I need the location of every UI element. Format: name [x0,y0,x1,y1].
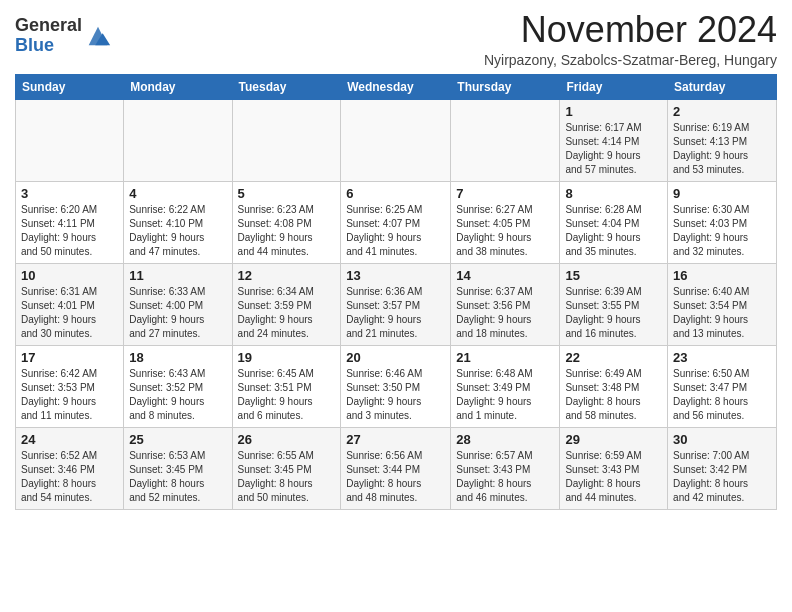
calendar-body: 1Sunrise: 6:17 AM Sunset: 4:14 PM Daylig… [16,99,777,509]
calendar-cell: 21Sunrise: 6:48 AM Sunset: 3:49 PM Dayli… [451,345,560,427]
day-number: 13 [346,268,445,283]
day-info: Sunrise: 6:56 AM Sunset: 3:44 PM Dayligh… [346,449,445,505]
day-number: 27 [346,432,445,447]
day-info: Sunrise: 6:37 AM Sunset: 3:56 PM Dayligh… [456,285,554,341]
day-number: 29 [565,432,662,447]
day-of-week-header: Tuesday [232,74,341,99]
day-info: Sunrise: 6:36 AM Sunset: 3:57 PM Dayligh… [346,285,445,341]
calendar-cell: 25Sunrise: 6:53 AM Sunset: 3:45 PM Dayli… [124,427,232,509]
calendar-cell [341,99,451,181]
day-number: 25 [129,432,226,447]
day-number: 16 [673,268,771,283]
day-of-week-header: Wednesday [341,74,451,99]
day-number: 21 [456,350,554,365]
day-number: 19 [238,350,336,365]
day-info: Sunrise: 6:49 AM Sunset: 3:48 PM Dayligh… [565,367,662,423]
calendar-week-row: 17Sunrise: 6:42 AM Sunset: 3:53 PM Dayli… [16,345,777,427]
day-number: 17 [21,350,118,365]
day-of-week-header: Monday [124,74,232,99]
day-header-row: SundayMondayTuesdayWednesdayThursdayFrid… [16,74,777,99]
day-number: 14 [456,268,554,283]
calendar-week-row: 3Sunrise: 6:20 AM Sunset: 4:11 PM Daylig… [16,181,777,263]
calendar-cell: 20Sunrise: 6:46 AM Sunset: 3:50 PM Dayli… [341,345,451,427]
calendar-cell: 24Sunrise: 6:52 AM Sunset: 3:46 PM Dayli… [16,427,124,509]
day-info: Sunrise: 6:34 AM Sunset: 3:59 PM Dayligh… [238,285,336,341]
day-info: Sunrise: 6:20 AM Sunset: 4:11 PM Dayligh… [21,203,118,259]
day-info: Sunrise: 7:00 AM Sunset: 3:42 PM Dayligh… [673,449,771,505]
logo: General Blue [15,16,112,56]
day-info: Sunrise: 6:17 AM Sunset: 4:14 PM Dayligh… [565,121,662,177]
calendar-week-row: 24Sunrise: 6:52 AM Sunset: 3:46 PM Dayli… [16,427,777,509]
day-number: 22 [565,350,662,365]
calendar-table: SundayMondayTuesdayWednesdayThursdayFrid… [15,74,777,510]
logo-blue: Blue [15,35,54,55]
calendar-cell: 5Sunrise: 6:23 AM Sunset: 4:08 PM Daylig… [232,181,341,263]
day-of-week-header: Saturday [668,74,777,99]
logo-general: General [15,15,82,35]
calendar-cell: 12Sunrise: 6:34 AM Sunset: 3:59 PM Dayli… [232,263,341,345]
day-info: Sunrise: 6:27 AM Sunset: 4:05 PM Dayligh… [456,203,554,259]
calendar-cell [451,99,560,181]
calendar-cell: 10Sunrise: 6:31 AM Sunset: 4:01 PM Dayli… [16,263,124,345]
day-number: 5 [238,186,336,201]
calendar-cell [232,99,341,181]
calendar-cell: 13Sunrise: 6:36 AM Sunset: 3:57 PM Dayli… [341,263,451,345]
day-info: Sunrise: 6:52 AM Sunset: 3:46 PM Dayligh… [21,449,118,505]
day-info: Sunrise: 6:22 AM Sunset: 4:10 PM Dayligh… [129,203,226,259]
header: General Blue November 2024 Nyirpazony, S… [15,10,777,68]
calendar-header: SundayMondayTuesdayWednesdayThursdayFrid… [16,74,777,99]
calendar-cell: 16Sunrise: 6:40 AM Sunset: 3:54 PM Dayli… [668,263,777,345]
day-number: 8 [565,186,662,201]
calendar-cell: 26Sunrise: 6:55 AM Sunset: 3:45 PM Dayli… [232,427,341,509]
day-number: 2 [673,104,771,119]
day-info: Sunrise: 6:57 AM Sunset: 3:43 PM Dayligh… [456,449,554,505]
calendar-cell: 29Sunrise: 6:59 AM Sunset: 3:43 PM Dayli… [560,427,668,509]
day-number: 10 [21,268,118,283]
day-of-week-header: Sunday [16,74,124,99]
day-number: 9 [673,186,771,201]
day-info: Sunrise: 6:25 AM Sunset: 4:07 PM Dayligh… [346,203,445,259]
calendar-cell: 4Sunrise: 6:22 AM Sunset: 4:10 PM Daylig… [124,181,232,263]
calendar-cell: 17Sunrise: 6:42 AM Sunset: 3:53 PM Dayli… [16,345,124,427]
location-title: Nyirpazony, Szabolcs-Szatmar-Bereg, Hung… [484,52,777,68]
calendar-cell: 18Sunrise: 6:43 AM Sunset: 3:52 PM Dayli… [124,345,232,427]
calendar-cell: 2Sunrise: 6:19 AM Sunset: 4:13 PM Daylig… [668,99,777,181]
day-number: 24 [21,432,118,447]
calendar-cell: 14Sunrise: 6:37 AM Sunset: 3:56 PM Dayli… [451,263,560,345]
calendar-cell: 30Sunrise: 7:00 AM Sunset: 3:42 PM Dayli… [668,427,777,509]
day-info: Sunrise: 6:59 AM Sunset: 3:43 PM Dayligh… [565,449,662,505]
calendar-cell: 7Sunrise: 6:27 AM Sunset: 4:05 PM Daylig… [451,181,560,263]
day-number: 7 [456,186,554,201]
calendar-cell [124,99,232,181]
day-number: 11 [129,268,226,283]
calendar-cell: 9Sunrise: 6:30 AM Sunset: 4:03 PM Daylig… [668,181,777,263]
day-number: 26 [238,432,336,447]
calendar-cell: 19Sunrise: 6:45 AM Sunset: 3:51 PM Dayli… [232,345,341,427]
day-number: 3 [21,186,118,201]
day-info: Sunrise: 6:53 AM Sunset: 3:45 PM Dayligh… [129,449,226,505]
day-number: 1 [565,104,662,119]
day-number: 28 [456,432,554,447]
day-info: Sunrise: 6:42 AM Sunset: 3:53 PM Dayligh… [21,367,118,423]
day-info: Sunrise: 6:19 AM Sunset: 4:13 PM Dayligh… [673,121,771,177]
day-info: Sunrise: 6:46 AM Sunset: 3:50 PM Dayligh… [346,367,445,423]
day-number: 15 [565,268,662,283]
day-info: Sunrise: 6:40 AM Sunset: 3:54 PM Dayligh… [673,285,771,341]
calendar-cell: 6Sunrise: 6:25 AM Sunset: 4:07 PM Daylig… [341,181,451,263]
calendar-container: General Blue November 2024 Nyirpazony, S… [0,0,792,520]
calendar-week-row: 1Sunrise: 6:17 AM Sunset: 4:14 PM Daylig… [16,99,777,181]
calendar-cell: 3Sunrise: 6:20 AM Sunset: 4:11 PM Daylig… [16,181,124,263]
day-info: Sunrise: 6:43 AM Sunset: 3:52 PM Dayligh… [129,367,226,423]
day-info: Sunrise: 6:23 AM Sunset: 4:08 PM Dayligh… [238,203,336,259]
day-info: Sunrise: 6:33 AM Sunset: 4:00 PM Dayligh… [129,285,226,341]
day-number: 23 [673,350,771,365]
day-info: Sunrise: 6:30 AM Sunset: 4:03 PM Dayligh… [673,203,771,259]
day-info: Sunrise: 6:50 AM Sunset: 3:47 PM Dayligh… [673,367,771,423]
day-number: 20 [346,350,445,365]
calendar-cell: 1Sunrise: 6:17 AM Sunset: 4:14 PM Daylig… [560,99,668,181]
day-info: Sunrise: 6:48 AM Sunset: 3:49 PM Dayligh… [456,367,554,423]
day-of-week-header: Thursday [451,74,560,99]
day-info: Sunrise: 6:39 AM Sunset: 3:55 PM Dayligh… [565,285,662,341]
logo-icon [84,22,112,50]
day-of-week-header: Friday [560,74,668,99]
